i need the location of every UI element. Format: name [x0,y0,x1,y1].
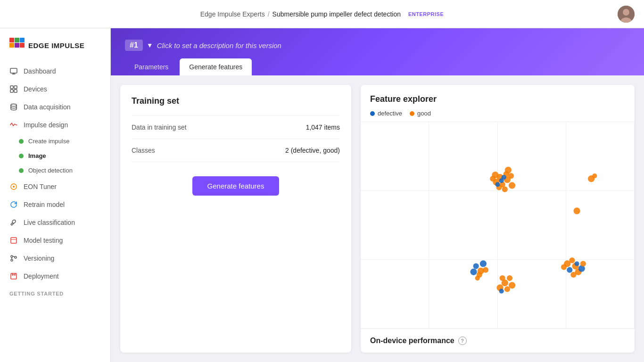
svg-point-16 [13,186,15,188]
version-description[interactable]: Click to set a description for this vers… [157,41,281,49]
git-icon [9,254,18,263]
svg-point-55 [567,267,572,273]
sidebar-label-deployment: Deployment [24,272,59,280]
feature-panel: Feature explorer defective good [361,85,635,353]
sidebar-item-impulse-design[interactable]: Impulse design [0,116,110,134]
cluster-top-center [490,167,515,192]
cluster-bottom-right [561,257,586,278]
dot-object-detection [19,168,24,173]
on-device-performance-bar: On-device performance ? [361,329,635,353]
panels-area: Training set Data in training set 1,047 … [111,75,644,362]
chart-area [361,122,635,329]
breadcrumb-link[interactable]: Edge Impulse Experts [200,10,265,18]
svg-rect-7 [15,43,19,48]
box-icon [9,236,18,245]
sidebar-sub-image[interactable]: Image [0,148,110,163]
version-row: #1 ▼ Click to set a description for this… [125,40,630,51]
logo-icon [9,38,25,53]
feature-panel-inner: Feature explorer defective good [361,85,635,122]
tab-generate-features[interactable]: Generate features [180,58,252,75]
training-panel-title: Training set [132,96,340,106]
sidebar-item-retrain-model[interactable]: Retrain model [0,196,110,214]
stats-label-data: Data in training set [132,123,187,131]
breadcrumb-separator: / [268,10,270,18]
tabs-row: Parameters Generate features [125,58,630,75]
cluster-bottom-left [470,260,488,280]
svg-point-60 [561,264,567,270]
sidebar-item-dashboard[interactable]: Dashboard [0,62,110,80]
svg-point-33 [490,176,495,181]
sidebar-item-eon-tuner[interactable]: EON Tuner [0,178,110,196]
tool-icon [9,218,18,227]
svg-point-46 [507,275,512,281]
refresh-icon [9,200,18,209]
svg-rect-5 [20,38,25,42]
svg-point-39 [473,263,479,269]
svg-point-50 [500,275,505,281]
on-device-title: On-device performance [370,337,454,345]
sidebar-sub-object-detection[interactable]: Object detection [0,163,110,178]
legend-item-defective: defective [370,110,402,117]
svg-point-1 [623,9,629,16]
svg-point-19 [11,259,13,261]
stats-row-data: Data in training set 1,047 items [132,116,340,139]
sidebar-sub-label-image: Image [28,152,46,159]
sidebar-item-versioning[interactable]: Versioning [0,249,110,267]
legend-dot-defective [370,111,375,116]
sidebar-item-devices[interactable]: Devices [0,80,110,98]
svg-point-37 [592,173,597,178]
sidebar-sub-create-impulse[interactable]: Create impulse [0,134,110,148]
svg-point-49 [509,282,515,288]
svg-point-43 [483,267,488,273]
logo-text: EDGE IMPULSE [28,41,84,49]
sidebar-item-deployment[interactable]: Deployment [0,267,110,285]
eon-icon [9,182,18,191]
svg-point-32 [505,167,512,173]
svg-rect-4 [15,38,19,42]
svg-point-35 [502,175,506,180]
svg-rect-17 [11,238,17,243]
version-dropdown[interactable]: ▼ [147,41,153,49]
svg-point-44 [475,276,480,280]
sidebar-item-model-testing[interactable]: Model testing [0,231,110,249]
section-label-getting-started: GETTING STARTED [0,285,110,298]
dot-middle-right [573,207,580,214]
stats-row-classes: Classes 2 (defective, good) [132,139,340,162]
svg-point-42 [470,269,477,275]
activity-icon [9,121,18,129]
svg-rect-9 [10,68,17,73]
sidebar: EDGE IMPULSE Dashboard Devices Data acqu… [0,28,111,362]
stats-value-data: 1,047 items [306,123,340,131]
legend-label-defective: defective [378,110,402,117]
dot-image [19,154,24,158]
database-icon [9,103,18,111]
svg-point-40 [480,260,487,267]
svg-point-61 [580,261,586,266]
stats-label-classes: Classes [132,147,155,154]
svg-point-51 [499,288,504,293]
sidebar-label-model-testing: Model testing [24,237,63,244]
svg-point-59 [574,261,579,266]
package-icon [9,272,18,280]
svg-point-53 [569,257,575,263]
sidebar-item-live-classification[interactable]: Live classification [0,214,110,231]
breadcrumb: Edge Impulse Experts / Submersible pump … [200,10,444,18]
svg-rect-8 [20,43,25,48]
sidebar-item-data-acquisition[interactable]: Data acquisition [0,98,110,116]
enterprise-badge: ENTERPRISE [408,11,444,17]
grid-icon [9,85,18,93]
help-icon[interactable]: ? [458,337,467,345]
feature-panel-title: Feature explorer [370,94,625,104]
sidebar-sub-label-create-impulse: Create impulse [28,138,69,145]
sidebar-label-eon-tuner: EON Tuner [24,183,57,190]
user-avatar[interactable] [618,6,635,23]
svg-rect-13 [14,90,17,92]
svg-rect-6 [9,43,14,48]
tab-parameters[interactable]: Parameters [125,58,178,75]
legend: defective good [370,110,625,117]
dot-create-impulse [19,139,24,144]
svg-rect-3 [9,38,14,42]
svg-rect-11 [14,86,17,89]
generate-features-button[interactable]: Generate features [192,176,280,196]
sidebar-label-versioning: Versioning [24,255,54,262]
